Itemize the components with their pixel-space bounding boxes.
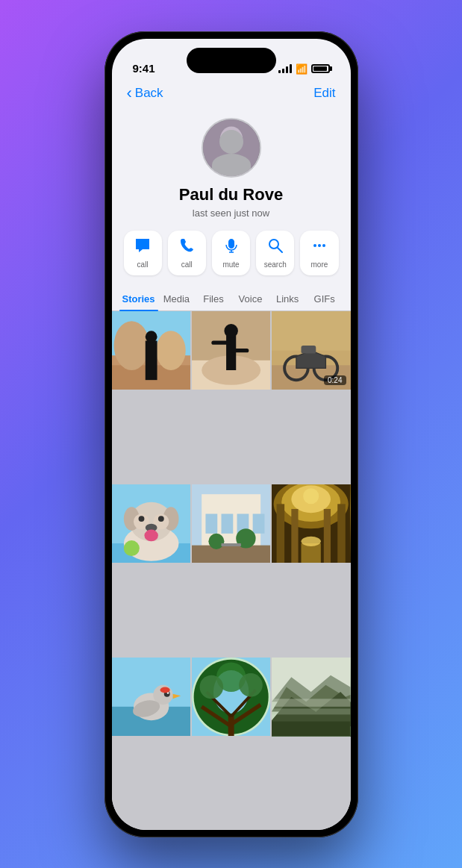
call-label: call	[181, 260, 193, 269]
status-icons: 📶	[278, 63, 330, 75]
tab-stories[interactable]: Stories	[119, 287, 158, 310]
profile-status: last seen just now	[193, 207, 269, 219]
avatar	[202, 118, 261, 178]
svg-rect-62	[324, 509, 331, 563]
battery-icon	[311, 64, 330, 73]
dynamic-island	[187, 48, 276, 73]
svg-rect-31	[302, 346, 316, 354]
media-item-2[interactable]	[192, 311, 270, 390]
svg-rect-16	[145, 340, 157, 380]
nav-bar: ‹ Back Edit	[112, 81, 351, 112]
phone-screen: 9:41 📶 ‹ Back Edit	[112, 39, 351, 830]
media-item-3[interactable]: 0:24	[272, 311, 350, 390]
phone-frame: 9:41 📶 ‹ Back Edit	[104, 31, 358, 837]
svg-point-9	[318, 244, 321, 247]
svg-rect-60	[277, 504, 285, 563]
profile-section: Paul du Rove last seen just now	[112, 112, 351, 231]
call-button[interactable]: call	[168, 231, 206, 275]
message-icon	[134, 237, 151, 257]
svg-rect-24	[231, 349, 249, 352]
svg-rect-51	[192, 545, 270, 563]
svg-point-86	[239, 673, 263, 697]
media-item-4[interactable]	[112, 484, 190, 563]
svg-rect-61	[291, 509, 298, 563]
svg-point-17	[145, 331, 157, 343]
back-label: Back	[135, 86, 163, 101]
media-grid: 0:24	[112, 311, 351, 830]
svg-line-7	[278, 248, 282, 252]
more-label: more	[311, 260, 328, 269]
tab-voice[interactable]: Voice	[232, 287, 269, 310]
svg-point-14	[113, 321, 149, 370]
svg-point-41	[157, 516, 163, 522]
svg-point-22	[224, 324, 237, 337]
svg-rect-94	[272, 709, 350, 715]
media-item-7[interactable]	[112, 658, 190, 736]
back-chevron-icon: ‹	[127, 84, 132, 103]
svg-rect-92	[272, 722, 350, 737]
svg-point-8	[313, 244, 316, 247]
more-button[interactable]: more	[300, 231, 338, 275]
message-label: call	[137, 260, 149, 269]
media-item-9[interactable]	[272, 658, 350, 736]
svg-rect-48	[221, 513, 233, 533]
tab-links[interactable]: Links	[269, 287, 306, 310]
tab-files[interactable]: Files	[195, 287, 232, 310]
svg-rect-63	[337, 504, 346, 563]
media-item-1[interactable]	[112, 311, 190, 390]
profile-name: Paul du Rove	[179, 185, 283, 204]
svg-rect-93	[272, 699, 350, 707]
svg-rect-50	[252, 513, 264, 533]
back-button[interactable]: ‹ Back	[127, 84, 163, 103]
svg-rect-23	[211, 340, 231, 344]
svg-point-43	[144, 529, 157, 541]
svg-point-2	[211, 157, 251, 178]
search-icon	[267, 237, 284, 257]
mute-label: mute	[222, 260, 239, 269]
wifi-icon: 📶	[296, 63, 308, 75]
media-item-8[interactable]	[192, 658, 270, 736]
svg-point-40	[138, 516, 144, 522]
call-icon	[178, 237, 195, 257]
action-buttons: call call m	[112, 231, 351, 287]
tabs-container: Stories Media Files Voice Links GIFs	[112, 287, 351, 311]
svg-point-44	[123, 540, 139, 556]
tab-media[interactable]: Media	[158, 287, 196, 310]
media-item-5[interactable]	[192, 484, 270, 563]
message-button[interactable]: call	[124, 231, 162, 275]
svg-point-3	[222, 131, 240, 150]
status-time: 9:41	[133, 62, 155, 75]
svg-point-73	[160, 687, 169, 693]
media-item-6[interactable]	[272, 484, 350, 563]
svg-point-65	[302, 537, 321, 546]
svg-point-52	[208, 534, 224, 549]
svg-point-1	[219, 126, 242, 152]
svg-point-59	[303, 488, 319, 504]
avatar-image	[203, 119, 260, 176]
svg-point-85	[199, 675, 223, 699]
search-label: search	[264, 260, 287, 269]
signal-icon	[278, 64, 292, 73]
mute-button[interactable]: mute	[212, 231, 250, 275]
svg-rect-54	[221, 543, 240, 546]
svg-point-6	[269, 240, 278, 249]
tab-gifs[interactable]: GIFs	[306, 287, 343, 310]
mute-icon	[223, 237, 240, 257]
search-button[interactable]: search	[256, 231, 294, 275]
edit-button[interactable]: Edit	[313, 86, 335, 101]
svg-rect-47	[205, 513, 217, 533]
svg-rect-27	[272, 311, 350, 351]
svg-point-15	[156, 331, 185, 370]
svg-point-10	[322, 244, 325, 247]
duration-badge-3: 0:24	[324, 375, 346, 385]
more-icon	[311, 237, 328, 257]
